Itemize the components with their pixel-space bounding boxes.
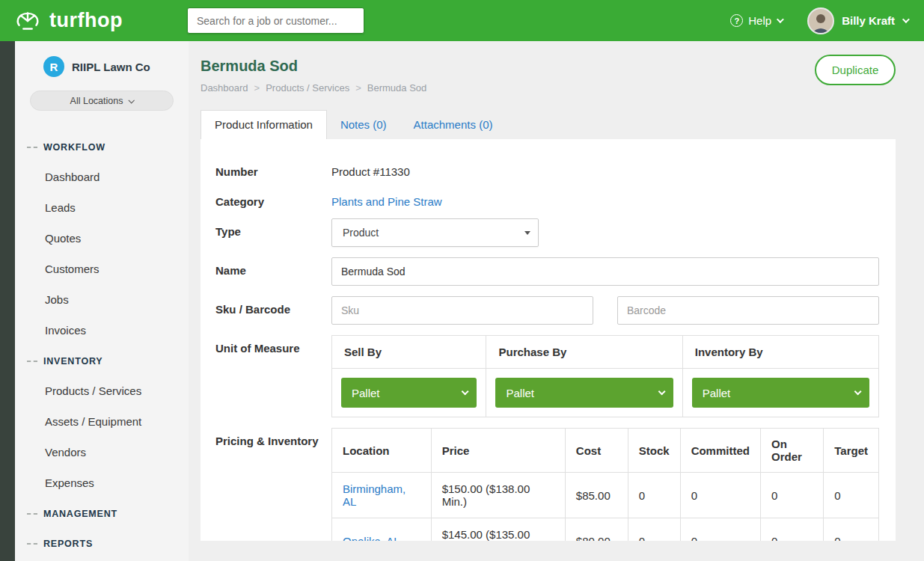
help-menu[interactable]: ? Help bbox=[730, 14, 782, 27]
nav-section-reports[interactable]: REPORTS bbox=[15, 528, 189, 558]
pricing-inventory-label: Pricing & Inventory bbox=[215, 428, 331, 541]
name-input[interactable] bbox=[331, 257, 879, 286]
col-target: Target bbox=[824, 429, 879, 473]
breadcrumb-products-services[interactable]: Products / Services bbox=[266, 82, 349, 94]
help-label: Help bbox=[748, 14, 771, 27]
number-row: Number Product #11330 bbox=[215, 159, 879, 178]
stock-cell: 0 bbox=[628, 518, 680, 542]
all-locations-label: All Locations bbox=[70, 96, 123, 106]
chevron-down-icon bbox=[902, 16, 910, 23]
inventory-by-dropdown[interactable]: Pallet bbox=[692, 378, 869, 408]
product-information-panel: Number Product #11330 Category Plants an… bbox=[201, 139, 896, 541]
unit-of-measure-label: Unit of Measure bbox=[215, 335, 331, 417]
turfhop-logo[interactable]: turfhop bbox=[13, 7, 187, 35]
chevron-down-icon bbox=[658, 387, 665, 395]
sidebar-item-invoices[interactable]: Invoices bbox=[15, 315, 189, 346]
chevron-down-icon bbox=[854, 387, 862, 395]
sidebar-item-quotes[interactable]: Quotes bbox=[15, 223, 189, 254]
user-menu[interactable]: Billy Kraft bbox=[807, 7, 908, 34]
duplicate-button[interactable]: Duplicate bbox=[815, 55, 896, 85]
unit-of-measure-row: Unit of Measure Sell By Purchase By Inve… bbox=[215, 335, 879, 417]
sku-barcode-row: Sku / Barcode bbox=[215, 296, 879, 325]
col-stock: Stock bbox=[628, 429, 680, 473]
col-committed: Committed bbox=[680, 429, 760, 473]
tab-product-information[interactable]: Product Information bbox=[201, 110, 327, 139]
chevron-down-icon bbox=[129, 97, 135, 103]
target-cell: 0 bbox=[824, 518, 879, 542]
sidebar-item-dashboard[interactable]: Dashboard bbox=[15, 162, 189, 192]
tabs: Product Information Notes (0) Attachment… bbox=[201, 110, 896, 139]
breadcrumb: Dashboard > Products / Services > Bermud… bbox=[201, 82, 896, 94]
table-row: Opelika, AL $145.00 ($135.00 Min.) $80.0… bbox=[332, 518, 879, 542]
sidebar-item-expenses[interactable]: Expenses bbox=[15, 468, 189, 498]
company-name: RIIPL Lawn Co bbox=[72, 61, 150, 73]
price-cell: $145.00 ($135.00 Min.) bbox=[431, 518, 565, 542]
all-locations-dropdown[interactable]: All Locations bbox=[30, 91, 174, 111]
sidebar-item-products-services[interactable]: Products / Services bbox=[15, 375, 189, 406]
dashes-icon bbox=[27, 513, 37, 515]
sidebar-item-vendors[interactable]: Vendors bbox=[15, 437, 189, 468]
target-cell: 0 bbox=[824, 473, 879, 518]
tab-notes[interactable]: Notes (0) bbox=[327, 111, 400, 139]
category-row: Category Plants and Pine Straw bbox=[215, 188, 879, 208]
nav-section-inventory: INVENTORY bbox=[15, 346, 189, 375]
company-row[interactable]: R RIIPL Lawn Co bbox=[15, 56, 189, 77]
location-link[interactable]: Opelika, AL bbox=[343, 535, 400, 542]
category-link[interactable]: Plants and Pine Straw bbox=[331, 195, 442, 208]
sidebar-nav: WORKFLOW Dashboard Leads Quotes Customer… bbox=[15, 132, 189, 558]
pricing-inventory-row: Pricing & Inventory Location Price Cost … bbox=[215, 428, 879, 541]
breadcrumb-separator: > bbox=[355, 82, 361, 94]
purchase-by-dropdown[interactable]: Pallet bbox=[495, 378, 673, 408]
col-cost: Cost bbox=[565, 429, 628, 473]
page-title: Bermuda Sod bbox=[201, 58, 896, 75]
help-icon: ? bbox=[730, 14, 743, 27]
main-content: Bermuda Sod Dashboard > Products / Servi… bbox=[189, 41, 924, 561]
chevron-down-icon bbox=[777, 16, 784, 23]
cost-cell: $85.00 bbox=[565, 473, 628, 518]
dashes-icon bbox=[27, 543, 37, 545]
chevron-down-icon bbox=[462, 387, 469, 395]
purchase-by-value: Pallet bbox=[506, 387, 534, 399]
sidebar-item-jobs[interactable]: Jobs bbox=[15, 284, 189, 315]
col-on-order: On Order bbox=[760, 429, 823, 473]
breadcrumb-separator: > bbox=[254, 82, 260, 94]
sell-by-value: Pallet bbox=[352, 387, 380, 399]
sidebar-edge-strip bbox=[0, 41, 15, 561]
pricing-header-row: Location Price Cost Stock Committed On O… bbox=[332, 429, 879, 473]
topbar: turfhop ? Help Billy Kraft bbox=[0, 0, 924, 41]
sidebar-item-leads[interactable]: Leads bbox=[15, 192, 189, 223]
sell-by-dropdown[interactable]: Pallet bbox=[341, 378, 477, 408]
breadcrumb-dashboard[interactable]: Dashboard bbox=[201, 82, 248, 94]
name-label: Name bbox=[215, 257, 331, 286]
search-input[interactable] bbox=[187, 7, 364, 34]
logo-text: turfhop bbox=[49, 9, 123, 32]
nav-section-management[interactable]: MANAGEMENT bbox=[15, 498, 189, 528]
type-label: Type bbox=[215, 218, 331, 247]
col-price: Price bbox=[431, 429, 565, 473]
sidebar-item-customers[interactable]: Customers bbox=[15, 254, 189, 284]
number-label: Number bbox=[215, 159, 331, 178]
turfhop-logo-icon bbox=[13, 7, 42, 35]
uom-col-sell-by: Sell By bbox=[332, 336, 486, 369]
sidebar-item-assets-equipment[interactable]: Assets / Equipment bbox=[15, 406, 189, 437]
inventory-by-value: Pallet bbox=[703, 387, 731, 399]
on-order-cell: 0 bbox=[760, 473, 823, 518]
avatar bbox=[807, 7, 834, 34]
pricing-inventory-table: Location Price Cost Stock Committed On O… bbox=[331, 428, 879, 541]
sku-input[interactable] bbox=[331, 296, 593, 325]
type-select[interactable]: Product bbox=[331, 218, 539, 247]
company-badge-icon: R bbox=[43, 56, 64, 77]
sku-barcode-label: Sku / Barcode bbox=[215, 296, 331, 325]
tab-attachments[interactable]: Attachments (0) bbox=[400, 111, 507, 139]
category-label: Category bbox=[215, 188, 331, 208]
committed-cell: 0 bbox=[680, 518, 760, 542]
breadcrumb-current: Bermuda Sod bbox=[367, 82, 427, 94]
number-value: Product #11330 bbox=[331, 159, 879, 178]
barcode-input[interactable] bbox=[617, 296, 879, 325]
location-link[interactable]: Birmingham, AL bbox=[343, 482, 406, 508]
user-name: Billy Kraft bbox=[842, 14, 895, 27]
sidebar: R RIIPL Lawn Co All Locations WORKFLOW D… bbox=[15, 41, 189, 561]
col-location: Location bbox=[332, 429, 432, 473]
nav-section-workflow: WORKFLOW bbox=[15, 132, 189, 162]
select-arrow-icon bbox=[524, 231, 530, 235]
